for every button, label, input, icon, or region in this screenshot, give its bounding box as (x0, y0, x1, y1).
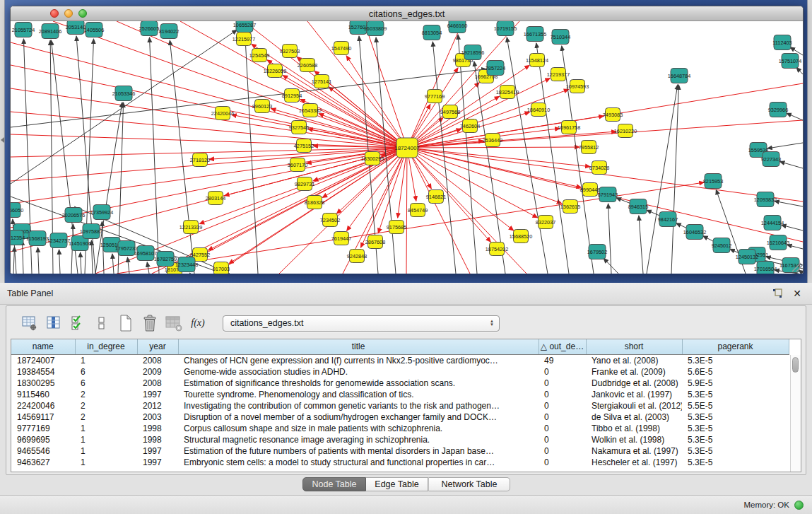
table-cell[interactable]: 5.3E-5 (682, 457, 789, 468)
table-cell[interactable]: 1 (75, 434, 137, 445)
table-cell[interactable]: 6 (75, 378, 137, 389)
close-window-button[interactable] (50, 9, 59, 18)
table-cell[interactable]: 18300295 (11, 378, 75, 389)
table-cell[interactable]: 0 (539, 400, 586, 411)
table-cell[interactable]: 0 (539, 366, 586, 378)
network-canvas[interactable]: 1872400712215977125454918226058932750322… (11, 21, 803, 274)
column-header-3[interactable]: title (178, 339, 539, 354)
network-window-titlebar[interactable]: citations_edges.txt (11, 6, 803, 21)
table-cell[interactable]: 1 (75, 457, 137, 468)
new-document-icon[interactable] (115, 313, 136, 333)
table-cell[interactable]: 9465546 (11, 445, 75, 457)
delete-trash-icon[interactable] (139, 313, 160, 333)
table-cell[interactable]: 22420046 (11, 400, 75, 411)
table-scrollbar[interactable] (790, 355, 801, 472)
table-cell[interactable]: 0 (539, 389, 586, 400)
table-cell[interactable]: 2012 (137, 400, 178, 411)
table-cell[interactable]: 5.3E-5 (682, 445, 789, 457)
column-header-2[interactable]: year (137, 339, 178, 354)
table-cell[interactable]: Hescheler et al. (1997) (586, 457, 682, 468)
table-cell[interactable]: 9463627 (11, 457, 75, 468)
table-cell[interactable]: 9699695 (11, 434, 75, 445)
table-cell[interactable]: 2009 (137, 366, 178, 378)
table-cell[interactable]: 2003 (137, 411, 178, 423)
table-cell[interactable]: 14569117 (11, 411, 75, 423)
table-cell[interactable]: 1998 (137, 423, 178, 434)
table-cell[interactable]: 2008 (137, 354, 178, 366)
column-header-5[interactable]: short (586, 339, 682, 354)
table-cell[interactable]: Dudbridge et al. (2008) (586, 378, 682, 389)
table-cell[interactable]: 1 (75, 354, 137, 366)
table-cell[interactable]: 19384554 (11, 366, 75, 378)
table-cell[interactable]: Investigating the contribution of common… (178, 400, 539, 411)
tab-edge-table[interactable]: Edge Table (366, 477, 428, 491)
table-cell[interactable]: Tibbo et al. (1998) (586, 423, 682, 434)
table-cell[interactable]: 1998 (137, 434, 178, 445)
column-header-0[interactable]: name (11, 339, 75, 354)
table-cell[interactable]: Nakamura et al. (1997) (586, 445, 682, 457)
table-cell[interactable]: 5.3E-5 (682, 389, 789, 400)
table-cell[interactable]: Wolkin et al. (1998) (586, 434, 682, 445)
memory-status-indicator[interactable] (794, 501, 804, 510)
table-cell[interactable]: Estimation of the future numbers of pati… (178, 445, 539, 457)
table-cell[interactable]: 0 (539, 434, 586, 445)
table-cell[interactable]: Structural magnetic resonance image aver… (178, 434, 539, 445)
table-scrollbar-thumb[interactable] (792, 357, 799, 373)
table-cell[interactable]: Disruption of a novel member of a sodium… (178, 411, 539, 423)
select-checks-icon[interactable] (67, 313, 88, 333)
table-settings-icon[interactable] (19, 313, 40, 333)
panel-collapse-arrow[interactable] (1, 137, 4, 143)
table-cell[interactable]: Jankovic et al. (1997) (586, 389, 682, 400)
table-cell[interactable]: 5.3E-5 (682, 411, 789, 423)
table-cell[interactable]: 1997 (137, 389, 178, 400)
delete-table-icon[interactable] (163, 313, 184, 333)
table-cell[interactable]: 5.3E-5 (682, 434, 789, 445)
table-cell[interactable]: 6 (75, 366, 137, 378)
table-cell[interactable]: 0 (539, 423, 586, 434)
table-cell[interactable]: Genome-wide association studies in ADHD. (178, 366, 539, 378)
table-cell[interactable]: 2 (75, 411, 137, 423)
table-cell[interactable]: 9115460 (11, 389, 75, 400)
table-cell[interactable]: 0 (539, 378, 586, 389)
table-cell[interactable]: Tourette syndrome. Phenomenology and cla… (178, 389, 539, 400)
table-cell[interactable]: 49 (539, 354, 586, 366)
column-header-1[interactable]: in_degree (75, 339, 137, 354)
table-cell[interactable]: 2008 (137, 378, 178, 389)
table-cell[interactable]: 1997 (137, 445, 178, 457)
table-cell[interactable]: de Silva et al. (2003) (586, 411, 682, 423)
table-cell[interactable]: 1997 (137, 457, 178, 468)
table-cell[interactable]: 0 (539, 411, 586, 423)
table-cell[interactable]: Embryonic stem cells: a model to study s… (178, 457, 539, 468)
table-cell[interactable]: 2 (75, 389, 137, 400)
table-cell[interactable]: Stergiakouli et al. (2012) (586, 400, 682, 411)
table-cell[interactable]: 18724007 (11, 354, 75, 366)
float-panel-icon[interactable] (771, 288, 784, 299)
table-cell[interactable]: 0 (539, 457, 586, 468)
column-header-6[interactable]: pagerank (682, 339, 789, 354)
table-cell[interactable]: 1 (75, 423, 137, 434)
table-cell[interactable]: Corpus callosum shape and size in male p… (178, 423, 539, 434)
minimize-window-button[interactable] (64, 9, 73, 18)
close-panel-icon[interactable]: ✕ (791, 288, 804, 299)
table-cell[interactable]: 5.9E-5 (682, 378, 789, 389)
table-cell[interactable]: Estimation of significance thresholds fo… (178, 378, 539, 389)
zoom-window-button[interactable] (78, 9, 87, 18)
table-cell[interactable]: Changes of HCN gene expression and I(f) … (178, 354, 539, 366)
table-cell[interactable]: 5.3E-5 (682, 354, 789, 366)
tab-network-table[interactable]: Network Table (428, 477, 510, 491)
column-header-4[interactable]: △ out_de… (539, 339, 586, 354)
row-boxes-icon[interactable] (91, 313, 112, 333)
table-cell[interactable]: 1 (75, 445, 137, 457)
table-cell[interactable]: 5.3E-5 (682, 423, 789, 434)
table-cell[interactable]: Yano et al. (2008) (586, 354, 682, 366)
table-cell[interactable]: 9777169 (11, 423, 75, 434)
table-cell[interactable]: 5.6E-5 (682, 366, 789, 378)
function-builder-icon[interactable]: f(x) (187, 313, 208, 333)
show-columns-icon[interactable] (43, 313, 64, 333)
table-cell[interactable]: 5.5E-5 (682, 400, 789, 411)
table-cell[interactable]: Franke et al. (2009) (586, 366, 682, 378)
table-cell[interactable]: 2 (75, 400, 137, 411)
table-selector-dropdown[interactable]: citations_edges.txt ▲▼ (223, 315, 500, 332)
table-cell[interactable]: 0 (539, 445, 586, 457)
tab-node-table[interactable]: Node Table (302, 477, 366, 491)
